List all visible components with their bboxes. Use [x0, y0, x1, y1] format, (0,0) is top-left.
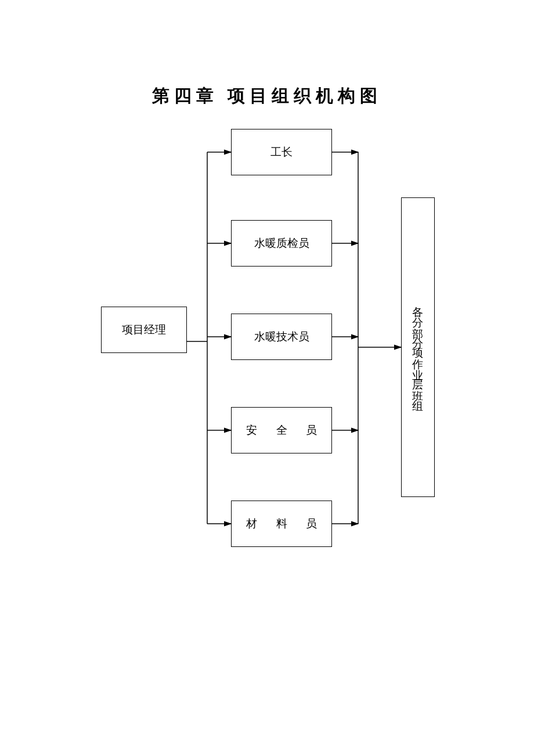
- box-work-teams-label: 各分部分项作业层班组: [410, 292, 426, 402]
- box-plumbing-inspector-label: 水暖质检员: [254, 236, 309, 251]
- box-material-officer: 材 料 员: [231, 501, 332, 547]
- diagram-title: 第四章 项目组织机构图: [0, 84, 534, 108]
- box-foreman: 工长: [231, 129, 332, 175]
- box-safety-officer: 安 全 员: [231, 407, 332, 453]
- box-work-teams: 各分部分项作业层班组: [401, 197, 435, 497]
- box-material-officer-label: 材 料 员: [238, 516, 326, 532]
- box-safety-officer-label: 安 全 员: [238, 423, 326, 438]
- box-project-manager-label: 项目经理: [122, 322, 166, 338]
- box-project-manager: 项目经理: [101, 307, 187, 353]
- box-plumbing-inspector: 水暖质检员: [231, 220, 332, 267]
- box-foreman-label: 工长: [270, 145, 293, 160]
- connector-lines: [0, 0, 534, 756]
- box-plumbing-technician: 水暖技术员: [231, 314, 332, 360]
- box-plumbing-technician-label: 水暖技术员: [254, 329, 309, 345]
